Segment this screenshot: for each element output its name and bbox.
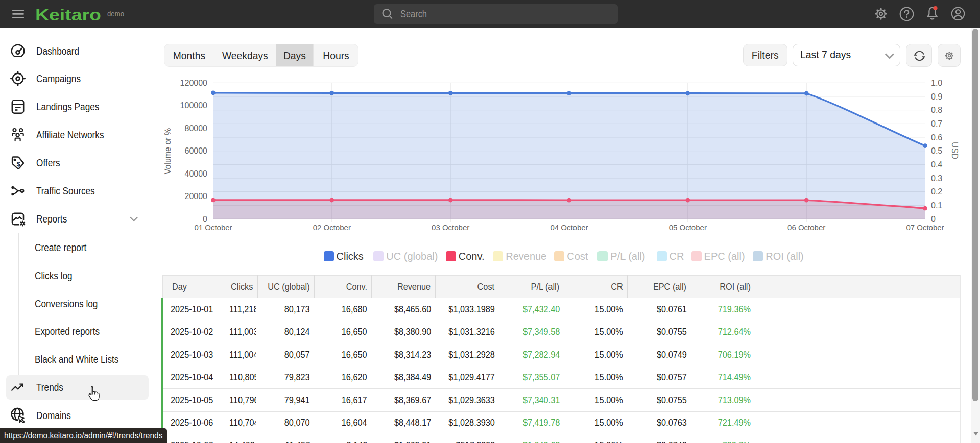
svg-text:02 October: 02 October [313,223,351,232]
svg-text:USD: USD [950,142,959,159]
svg-text:100000: 100000 [180,101,207,110]
svg-text:80000: 80000 [185,124,208,133]
svg-text:0.9: 0.9 [931,92,942,101]
svg-text:0.8: 0.8 [931,106,942,114]
svg-text:0: 0 [203,215,207,224]
svg-text:05 October: 05 October [669,223,707,232]
svg-text:0.4: 0.4 [931,160,942,169]
svg-text:20000: 20000 [185,192,208,201]
svg-text:0: 0 [931,215,936,224]
svg-text:0.5: 0.5 [931,146,942,155]
svg-text:120000: 120000 [180,79,207,87]
svg-text:$: $ [17,160,21,168]
svg-text:06 October: 06 October [787,223,825,232]
svg-text:60000: 60000 [185,146,208,155]
svg-text:0.3: 0.3 [931,174,942,183]
svg-text:01 October: 01 October [194,223,232,232]
svg-text:03 October: 03 October [432,223,469,232]
svg-text:0.1: 0.1 [931,201,942,210]
svg-text:Volume or %: Volume or % [163,128,172,175]
svg-text:0.6: 0.6 [931,133,942,142]
svg-text:0.2: 0.2 [931,187,942,196]
svg-text:04 October: 04 October [550,223,588,232]
svg-text:40000: 40000 [185,169,208,178]
svg-text:07 October: 07 October [906,223,944,232]
svg-text:1.0: 1.0 [931,79,942,87]
svg-text:0.7: 0.7 [931,119,942,128]
